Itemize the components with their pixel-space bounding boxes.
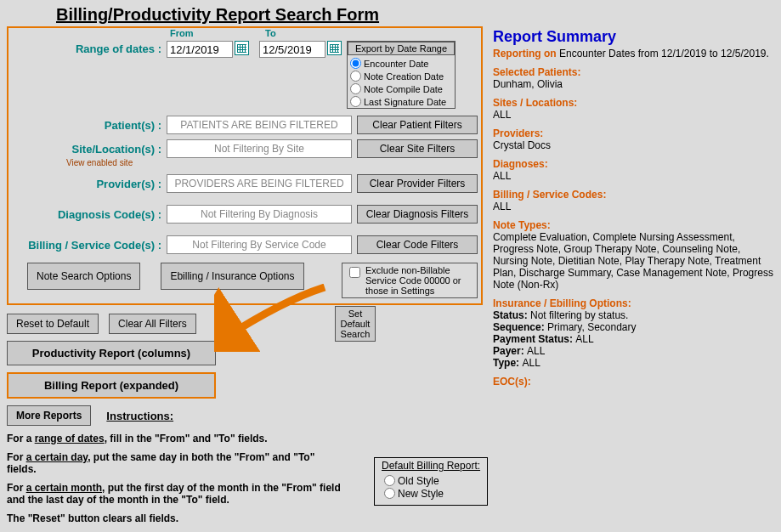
instructions-title: Instructions: [106, 410, 173, 422]
summary-eoc-header: EOC(s): [493, 376, 773, 388]
clear-patient-button[interactable]: Clear Patient Filters [357, 116, 478, 134]
summary-title: Report Summary [493, 28, 773, 46]
reset-button[interactable]: Reset to Default [7, 314, 99, 334]
instructions-block: For a range of dates, fill in the "From"… [7, 433, 347, 532]
calendar-icon[interactable] [235, 41, 249, 55]
export-by-date-range-button[interactable]: Export by Date Range [348, 42, 455, 55]
export-group: Export by Date Range Encounter Date Note… [347, 41, 456, 109]
patient-input[interactable] [167, 116, 352, 134]
default-billing-report-group: Default Billing Report: Old Style New St… [374, 457, 488, 506]
site-input[interactable] [167, 139, 352, 158]
summary-sites-header: Sites / Locations: [493, 97, 773, 109]
export-option[interactable]: Last Signature Date [348, 95, 455, 108]
diagnosis-label: Diagnosis Code(s) : [12, 208, 167, 221]
ebilling-options-button[interactable]: Ebilling / Insurance Options [161, 263, 303, 290]
service-code-input[interactable] [167, 235, 352, 254]
summary-diagnoses-value: ALL [493, 170, 773, 182]
set-default-search-button[interactable]: Set Default Search [335, 306, 376, 342]
default-billing-option[interactable]: New Style [382, 487, 480, 500]
note-search-options-button[interactable]: Note Search Options [27, 263, 140, 290]
to-label: To [265, 28, 276, 38]
reporting-on-label: Reporting on [493, 48, 559, 59]
summary-diagnoses-header: Diagnoses: [493, 158, 773, 170]
summary-insurance-header: Insurance / Ebilling Options: [493, 297, 773, 309]
clear-site-button[interactable]: Clear Site Filters [357, 139, 478, 158]
patient-label: Patient(s) : [12, 119, 167, 132]
more-reports-button[interactable]: More Reports [7, 405, 91, 426]
summary-providers-value: Crystal Docs [493, 139, 773, 151]
reporting-on-value: Encounter Dates from 12/1/2019 to 12/5/2… [559, 48, 769, 59]
export-option-label: Encounter Date [364, 58, 428, 70]
export-option-label: Note Compile Date [364, 83, 443, 95]
clear-code-button[interactable]: Clear Code Filters [357, 235, 478, 254]
summary-notes-header: Note Types: [493, 219, 773, 231]
export-option-label: Last Signature Date [364, 96, 446, 108]
exclude-checkbox-input[interactable] [349, 267, 360, 278]
billing-report-button[interactable]: Billing Report (expanded) [7, 372, 216, 399]
clear-diagnosis-button[interactable]: Clear Diagnosis Filters [357, 205, 478, 224]
from-date-input[interactable] [167, 41, 233, 58]
summary-providers-header: Providers: [493, 127, 773, 139]
search-form: From To Range of dates : Export by Date … [7, 26, 483, 305]
productivity-report-button[interactable]: Productivity Report (columns) [7, 341, 216, 365]
default-billing-option[interactable]: Old Style [382, 474, 480, 487]
clear-provider-button[interactable]: Clear Provider Filters [357, 174, 478, 193]
date-range-label: Range of dates : [12, 41, 167, 55]
summary-codes-value: ALL [493, 201, 773, 212]
calendar-icon[interactable] [327, 41, 342, 55]
page-title: Billing/Productivity Report Search Form [56, 5, 774, 25]
export-option-label: Note Creation Date [364, 71, 444, 82]
report-summary-panel: Report Summary Reporting on Encounter Da… [493, 26, 773, 532]
service-code-label: Billing / Service Code(s) : [12, 239, 167, 252]
export-option[interactable]: Encounter Date [348, 57, 455, 70]
site-label: Site/Location(s) : [12, 143, 167, 156]
export-option[interactable]: Note Compile Date [348, 82, 455, 95]
diagnosis-input[interactable] [167, 205, 352, 224]
export-option[interactable]: Note Creation Date [348, 70, 455, 82]
view-enabled-site-link[interactable]: View enabled site [66, 158, 478, 167]
summary-sites-value: ALL [493, 109, 773, 121]
exclude-nonbillable-checkbox[interactable]: Exclude non-Billable Service Code 00000 … [342, 263, 478, 298]
default-billing-title: Default Billing Report: [382, 460, 480, 472]
summary-notes-value: Complete Evaluation, Complete Nursing As… [493, 231, 773, 291]
summary-patients-header: Selected Patients: [493, 66, 773, 78]
exclude-label: Exclude non-Billable Service Code 00000 … [365, 265, 473, 296]
summary-codes-header: Billing / Service Codes: [493, 189, 773, 201]
to-date-input[interactable] [259, 41, 325, 58]
provider-label: Provider(s) : [12, 178, 167, 190]
from-label: From [170, 28, 265, 38]
provider-input[interactable] [167, 174, 352, 193]
clear-all-filters-button[interactable]: Clear All Filters [109, 314, 196, 334]
summary-patients-value: Dunham, Olivia [493, 78, 773, 90]
